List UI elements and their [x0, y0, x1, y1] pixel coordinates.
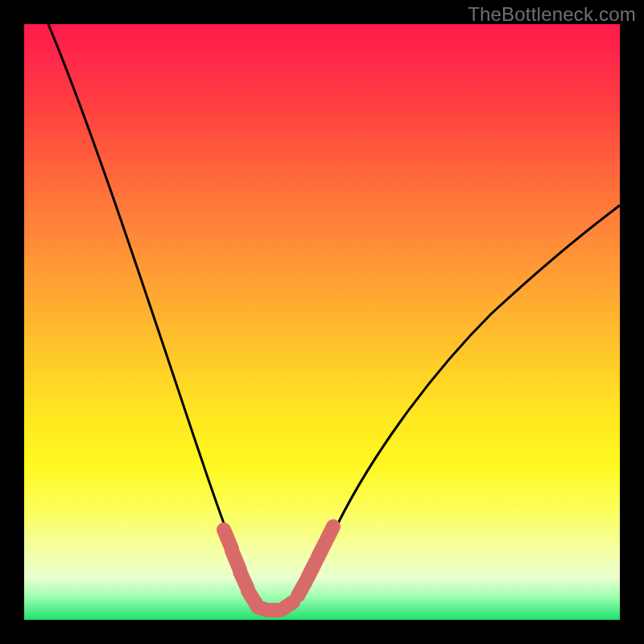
- chart-svg: [24, 24, 620, 620]
- chart-frame: TheBottleneck.com: [0, 0, 644, 644]
- optimal-range-marker: [224, 526, 333, 610]
- svg-line-10: [327, 526, 333, 539]
- svg-line-6: [283, 602, 293, 609]
- watermark-text: TheBottleneck.com: [468, 3, 636, 26]
